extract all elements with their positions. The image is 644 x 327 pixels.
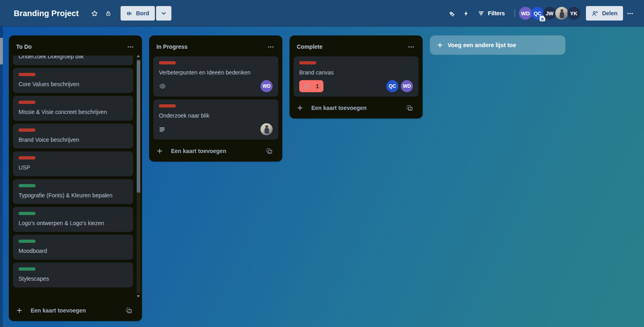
card-label-red bbox=[159, 104, 176, 108]
card-label-red bbox=[19, 156, 35, 159]
card[interactable]: Verbeterpunten en Ideeën bedenkenWD bbox=[153, 56, 278, 97]
card-label-red bbox=[19, 73, 35, 76]
add-card-button[interactable]: Een kaart toevoegen bbox=[153, 145, 263, 157]
cards-container: Brand canvas1QCWD bbox=[290, 56, 423, 98]
cards-container: Verbeterpunten en Ideeën bedenkenWDOnder… bbox=[149, 56, 282, 141]
list-header: Complete bbox=[290, 35, 423, 56]
list-header: To Do bbox=[9, 35, 142, 56]
card[interactable]: Core Values beschrijven bbox=[13, 68, 133, 93]
collapsed-sidebar bbox=[0, 27, 3, 327]
board-icon bbox=[126, 10, 132, 17]
member-avatar-yk[interactable]: YK bbox=[567, 7, 580, 20]
card[interactable]: Brand canvas1QCWD bbox=[294, 56, 419, 97]
card[interactable]: Onderzoek naar blik bbox=[153, 99, 278, 140]
add-card-label: Een kaart toevoegen bbox=[31, 307, 86, 314]
card-template-icon bbox=[266, 148, 273, 155]
member-avatar-qc[interactable]: QC bbox=[531, 7, 544, 20]
lightning-icon bbox=[463, 10, 469, 17]
list-scrollbar[interactable] bbox=[137, 54, 140, 298]
overflow-dots-icon bbox=[267, 43, 274, 50]
badge-count: 1 bbox=[316, 83, 319, 89]
add-card-label: Een kaart toevoegen bbox=[311, 105, 367, 111]
card-member-wd[interactable]: WD bbox=[401, 80, 413, 92]
card-member-photo[interactable] bbox=[261, 123, 273, 135]
card-title: Core Values beschrijven bbox=[19, 80, 127, 89]
star-icon bbox=[91, 10, 98, 17]
automation-button[interactable] bbox=[459, 6, 473, 20]
add-card-button[interactable]: Een kaart toevoegen bbox=[294, 101, 403, 114]
card[interactable]: Logo's ontwerpen & Logo's kiezen bbox=[13, 207, 133, 232]
card[interactable]: Brand Voice beschrijven bbox=[13, 124, 133, 149]
card-badges-row bbox=[159, 123, 273, 135]
filters-button[interactable]: Filters bbox=[473, 6, 510, 20]
board-view-button[interactable]: Bord bbox=[121, 6, 155, 21]
list-menu-button[interactable] bbox=[126, 40, 139, 53]
board-views-dropdown-button[interactable] bbox=[156, 6, 171, 21]
rocket-icon bbox=[448, 10, 456, 17]
power-ups-button[interactable] bbox=[446, 6, 459, 20]
board-header: Branding Project Bord bbox=[0, 0, 644, 27]
list-menu-button[interactable] bbox=[406, 40, 419, 53]
card-label-red bbox=[19, 101, 35, 104]
card[interactable]: Moodboard bbox=[13, 235, 133, 260]
plus-icon bbox=[16, 307, 23, 314]
attachment-badge: 1 bbox=[299, 80, 323, 92]
list-menu-button[interactable] bbox=[266, 40, 279, 53]
board-title: Branding Project bbox=[14, 9, 79, 18]
sidebar-expand-handle[interactable] bbox=[0, 38, 3, 64]
cards-container: Onderzoek Doelgroep blikCore Values besc… bbox=[9, 56, 142, 301]
card[interactable]: USP bbox=[13, 151, 133, 176]
list-header: In Progress bbox=[149, 35, 282, 56]
star-button[interactable] bbox=[88, 6, 101, 20]
card[interactable]: Missie & Visie concreet beschrijven bbox=[13, 96, 133, 121]
card-title: Brand Voice beschrijven bbox=[19, 136, 127, 144]
list-footer: Een kaart toevoegen bbox=[290, 98, 423, 118]
card-template-icon bbox=[125, 307, 132, 314]
card-member-wd[interactable]: WD bbox=[261, 80, 273, 92]
card-title: Logo's ontwerpen & Logo's kiezen bbox=[19, 219, 127, 228]
scroll-up-arrow[interactable] bbox=[137, 55, 140, 57]
card-member-qc[interactable]: QC bbox=[386, 80, 398, 92]
card-label-red bbox=[299, 61, 316, 64]
board-members: WDQCJWYK bbox=[520, 7, 580, 20]
card[interactable]: Typografie (Fonts) & Kleuren bepalen bbox=[13, 179, 133, 204]
overflow-dots-icon bbox=[408, 43, 415, 50]
card-label-green bbox=[19, 212, 35, 215]
list-title[interactable]: To Do bbox=[16, 43, 126, 50]
member-avatar-photo[interactable] bbox=[555, 7, 568, 20]
add-card-button[interactable]: Een kaart toevoegen bbox=[13, 304, 123, 317]
board-menu-button[interactable] bbox=[623, 6, 637, 20]
list-to-do: To DoOnderzoek Doelgroep blikCore Values… bbox=[9, 35, 142, 321]
overflow-dots-icon bbox=[627, 10, 634, 17]
create-from-template-button[interactable] bbox=[124, 304, 137, 317]
user-plus-icon bbox=[592, 10, 598, 17]
scrollbar-thumb[interactable] bbox=[137, 60, 140, 192]
create-from-template-button[interactable] bbox=[265, 145, 277, 157]
card-title: Onderzoek Doelgroep blik bbox=[19, 56, 127, 61]
lock-icon bbox=[101, 6, 115, 20]
card-title: Stylescapes bbox=[19, 275, 127, 283]
create-from-template-button[interactable] bbox=[405, 101, 418, 114]
member-avatar-jw[interactable]: JW bbox=[543, 7, 556, 20]
board-canvas: To DoOnderzoek Doelgroep blikCore Values… bbox=[0, 27, 644, 327]
add-list-button[interactable]: Voeg een andere lijst toe bbox=[430, 35, 565, 55]
list-title[interactable]: In Progress bbox=[156, 43, 266, 50]
watch-eye-icon bbox=[159, 83, 166, 90]
overflow-dots-icon bbox=[127, 43, 134, 50]
description-icon bbox=[159, 126, 165, 132]
scroll-down-arrow[interactable] bbox=[137, 295, 140, 298]
list-complete: CompleteBrand canvas1QCWDEen kaart toevo… bbox=[290, 35, 423, 118]
card-title: Onderzoek naar blik bbox=[159, 112, 273, 120]
card-label-green bbox=[19, 267, 35, 271]
card-title: Brand canvas bbox=[299, 68, 413, 77]
card[interactable]: Stylescapes bbox=[13, 263, 133, 288]
plus-icon bbox=[437, 42, 443, 48]
filter-icon bbox=[478, 10, 484, 17]
card-title: Moodboard bbox=[19, 247, 127, 255]
member-avatar-wd[interactable]: WD bbox=[519, 7, 532, 20]
share-button[interactable]: Delen bbox=[586, 6, 623, 21]
card-label-green bbox=[19, 240, 35, 243]
card[interactable]: Onderzoek Doelgroep blik bbox=[13, 56, 133, 65]
list-title[interactable]: Complete bbox=[297, 43, 406, 50]
card-title: USP bbox=[19, 164, 127, 172]
